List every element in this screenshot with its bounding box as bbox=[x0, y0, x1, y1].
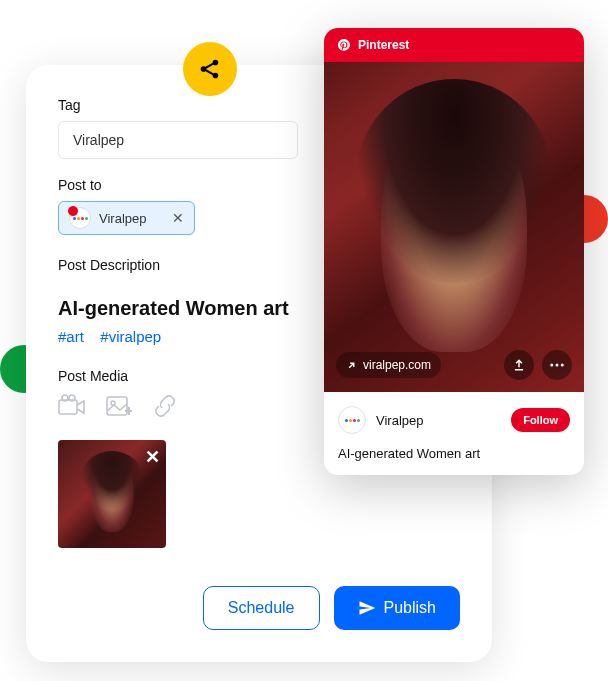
upload-icon[interactable] bbox=[504, 350, 534, 380]
svg-point-8 bbox=[550, 364, 553, 367]
link-icon[interactable] bbox=[152, 394, 178, 422]
publish-button[interactable]: Publish bbox=[334, 586, 460, 630]
svg-point-10 bbox=[561, 364, 564, 367]
follow-button[interactable]: Follow bbox=[511, 408, 570, 432]
share-icon bbox=[197, 56, 223, 82]
pinterest-icon bbox=[338, 39, 350, 51]
postto-chip[interactable]: Viralpep ✕ bbox=[58, 201, 195, 235]
svg-rect-3 bbox=[59, 400, 77, 414]
video-icon[interactable] bbox=[58, 394, 86, 422]
viralpep-logo-icon bbox=[73, 217, 88, 220]
account-avatar bbox=[338, 406, 366, 434]
preview-footer: Viralpep Follow AI-generated Women art bbox=[324, 392, 584, 475]
tag-input[interactable]: Viralpep bbox=[58, 121, 298, 159]
media-thumbnail[interactable]: ✕ bbox=[58, 440, 166, 548]
external-link-icon bbox=[346, 360, 357, 371]
preview-header: Pinterest bbox=[324, 28, 584, 62]
pinterest-preview: Pinterest viralpep.com Viralpep bbox=[324, 28, 584, 475]
send-icon bbox=[358, 599, 376, 617]
overlay-actions bbox=[504, 350, 572, 380]
image-icon[interactable] bbox=[106, 394, 132, 422]
hashtag-item[interactable]: #viralpep bbox=[100, 328, 161, 345]
account-name: Viralpep bbox=[376, 413, 423, 428]
preview-link-chip[interactable]: viralpep.com bbox=[336, 352, 441, 378]
action-buttons: Schedule Publish bbox=[203, 586, 460, 630]
share-badge bbox=[183, 42, 237, 96]
preview-desc: AI-generated Women art bbox=[338, 446, 570, 461]
thumbnail-remove-icon[interactable]: ✕ bbox=[145, 446, 160, 468]
svg-point-9 bbox=[556, 364, 559, 367]
chip-text: Viralpep bbox=[99, 211, 146, 226]
preview-overlay: viralpep.com bbox=[324, 338, 584, 392]
preview-account[interactable]: Viralpep bbox=[338, 406, 423, 434]
preview-image: viralpep.com bbox=[324, 62, 584, 392]
hashtag-item[interactable]: #art bbox=[58, 328, 84, 345]
chip-remove-icon[interactable]: ✕ bbox=[172, 210, 184, 226]
preview-platform-label: Pinterest bbox=[358, 38, 409, 52]
viralpep-logo-icon bbox=[345, 419, 360, 422]
chip-avatar bbox=[69, 207, 91, 229]
more-icon[interactable] bbox=[542, 350, 572, 380]
schedule-button[interactable]: Schedule bbox=[203, 586, 320, 630]
